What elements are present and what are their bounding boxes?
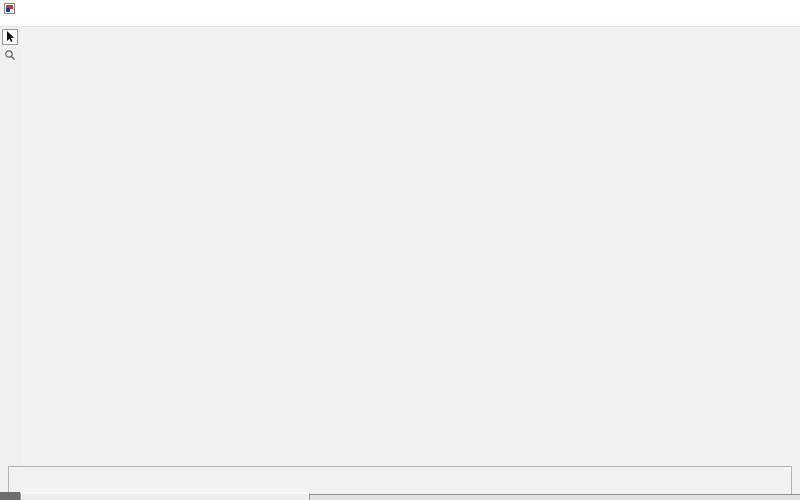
background-window-corner [0, 492, 20, 500]
precipitation-loss-swatch [278, 478, 300, 481]
graph-window [0, 0, 800, 500]
legend-entry-precipitation-loss [278, 474, 305, 484]
background-window-edge-2 [310, 494, 800, 500]
legend-entry-precipitation [23, 474, 50, 484]
outflow-swatch [548, 478, 570, 480]
background-window-edge [20, 492, 310, 500]
legend-entry-outflow [548, 474, 575, 484]
charts-plot-area[interactable] [0, 0, 800, 500]
precipitation-swatch [23, 478, 45, 481]
